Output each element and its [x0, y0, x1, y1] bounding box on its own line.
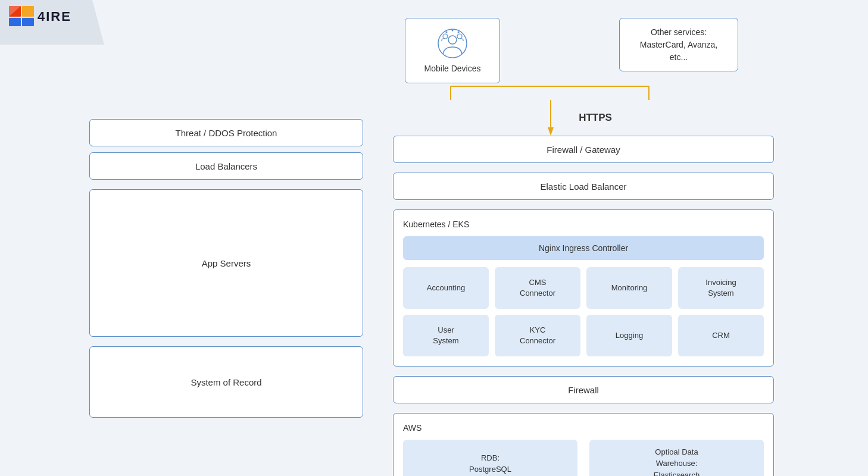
aws-label: AWS: [403, 423, 764, 433]
app-servers-box: App Servers: [89, 189, 363, 337]
https-label: HTTPS: [579, 112, 612, 124]
firewall-gateway-label: Firewall / Gateway: [547, 145, 620, 155]
aws-grid: RDB: PostgreSQLOptioal Data Warehouse: E…: [403, 440, 764, 476]
app-servers-label: App Servers: [202, 258, 251, 268]
logo-icon: [9, 6, 35, 27]
load-balancer-box: Load Balancers: [89, 152, 363, 180]
nginx-box: Nginx Ingress Controller: [403, 236, 764, 260]
service-box: Logging: [586, 315, 672, 356]
elastic-lb-box: Elastic Load Balancer: [393, 173, 774, 200]
aws-item-box: RDB: PostgreSQL: [403, 440, 577, 476]
other-services-box: Other services: MasterCard, Avanza, etc.…: [619, 18, 738, 71]
svg-point-11: [446, 32, 448, 33]
svg-point-5: [438, 29, 467, 58]
firewall-gateway-box: Firewall / Gateway: [393, 136, 774, 163]
nginx-label: Nginx Ingress Controller: [539, 243, 628, 253]
load-balancer-label: Load Balancers: [195, 161, 257, 171]
service-box: Monitoring: [586, 267, 672, 309]
mobile-devices-icon: [437, 28, 468, 59]
service-box: Accounting: [403, 267, 489, 309]
k8s-container: Kubernetes / EKS Nginx Ingress Controlle…: [393, 209, 774, 367]
svg-point-9: [452, 30, 454, 32]
svg-point-10: [458, 32, 460, 33]
service-box: KYC Connector: [495, 315, 580, 356]
services-grid: AccountingCMS ConnectorMonitoringInvoici…: [403, 267, 764, 356]
sor-label: System of Record: [191, 377, 261, 387]
firewall2-label: Firewall: [568, 385, 599, 395]
svg-point-6: [448, 36, 457, 44]
mobile-devices-box: Mobile Devices: [405, 18, 500, 83]
system-of-record-box: System of Record: [89, 346, 363, 418]
mobile-devices-label: Mobile Devices: [424, 64, 481, 73]
service-box: User System: [403, 315, 489, 356]
svg-rect-2: [9, 18, 21, 26]
other-services-label: Other services: MasterCard, Avanza, etc.…: [640, 26, 717, 64]
elastic-lb-label: Elastic Load Balancer: [540, 181, 626, 192]
svg-rect-3: [22, 18, 34, 26]
aws-container: AWS RDB: PostgreSQLOptioal Data Warehous…: [393, 413, 774, 476]
threat-label: Threat / DDOS Protection: [176, 128, 277, 138]
firewall2-box: Firewall: [393, 376, 774, 403]
service-box: CRM: [678, 315, 764, 356]
svg-rect-1: [22, 6, 34, 17]
svg-point-7: [457, 34, 462, 39]
svg-point-8: [443, 34, 448, 39]
threat-ddos-box: Threat / DDOS Protection: [89, 119, 363, 146]
service-box: CMS Connector: [495, 267, 580, 309]
logo-text: 4IRE: [38, 9, 71, 24]
k8s-label: Kubernetes / EKS: [403, 220, 764, 229]
service-box: Invoicing System: [678, 267, 764, 309]
aws-item-box: Optioal Data Warehouse: Elasticsearch: [589, 440, 764, 476]
